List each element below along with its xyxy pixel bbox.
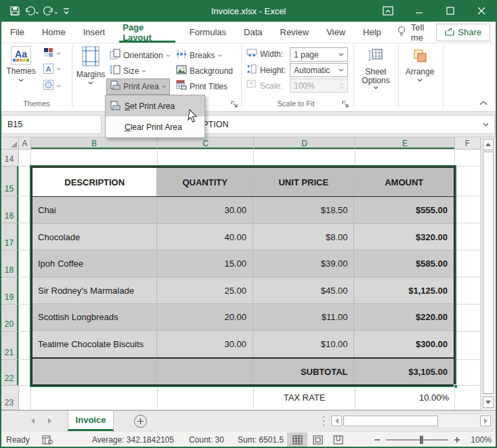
- cell[interactable]: [19, 332, 31, 360]
- tell-me-box[interactable]: Tell me: [397, 22, 436, 43]
- menu-item-set-print-area[interactable]: Set Print Area: [106, 95, 204, 116]
- column-header-c[interactable]: C: [158, 137, 254, 150]
- cell[interactable]: [19, 150, 31, 166]
- cell[interactable]: $220.00: [354, 304, 454, 330]
- cell[interactable]: [455, 386, 481, 410]
- select-all-corner[interactable]: [0, 137, 19, 150]
- column-header-a[interactable]: A: [19, 137, 31, 150]
- print-titles-button[interactable]: Print Titles: [173, 79, 230, 94]
- cell[interactable]: [158, 150, 254, 166]
- menu-item-clear-print-area[interactable]: Clear Print Area: [106, 116, 204, 137]
- new-sheet-button[interactable]: [134, 415, 147, 428]
- tab-splitter-handle[interactable]: [322, 416, 325, 426]
- next-sheet-icon[interactable]: [48, 418, 51, 424]
- tab-data[interactable]: Data: [238, 22, 268, 43]
- cell[interactable]: $585.00: [354, 250, 454, 277]
- cell[interactable]: 40.00: [157, 224, 253, 250]
- cell[interactable]: Chai: [33, 197, 157, 223]
- zoom-slider-thumb[interactable]: [420, 436, 423, 444]
- minimize-icon[interactable]: [404, 0, 435, 22]
- cell[interactable]: Ipoh Coffee: [33, 250, 157, 277]
- status-sum[interactable]: Sum: 6501.5: [238, 435, 284, 445]
- page-break-preview-button[interactable]: [328, 432, 348, 447]
- close-icon[interactable]: [466, 0, 497, 22]
- normal-view-button[interactable]: [287, 432, 307, 447]
- cell[interactable]: [455, 223, 481, 250]
- ribbon-display-options-icon[interactable]: [372, 0, 404, 22]
- redo-icon[interactable]: [43, 6, 58, 16]
- cell[interactable]: $320.00: [354, 224, 454, 250]
- row-header-18[interactable]: 18: [0, 250, 19, 277]
- previous-sheet-icon[interactable]: [31, 418, 35, 424]
- cell[interactable]: $555.00: [354, 197, 454, 223]
- column-header-f[interactable]: F: [455, 137, 481, 150]
- undo-icon[interactable]: [24, 6, 39, 16]
- cell[interactable]: 20.00: [157, 304, 253, 330]
- page-layout-view-button[interactable]: [307, 432, 328, 447]
- theme-effects-button[interactable]: [41, 79, 64, 93]
- background-button[interactable]: Background: [173, 63, 236, 79]
- save-icon[interactable]: [9, 5, 20, 16]
- maximize-icon[interactable]: [435, 0, 466, 22]
- tab-insert[interactable]: Insert: [77, 22, 112, 43]
- cell[interactable]: Sir Rodney's Marmalade: [33, 277, 157, 304]
- zoom-out-icon[interactable]: [374, 436, 381, 443]
- row-header-15[interactable]: 15: [0, 166, 19, 196]
- cell[interactable]: [19, 360, 31, 386]
- horizontal-scrollbar-thumb[interactable]: [343, 416, 438, 426]
- cell-subtotal-value[interactable]: $3,105.00: [354, 359, 454, 384]
- theme-colors-button[interactable]: [41, 46, 64, 61]
- scroll-up-button[interactable]: [483, 139, 494, 150]
- theme-fonts-button[interactable]: A: [41, 62, 64, 75]
- cell[interactable]: [455, 277, 481, 305]
- tab-formulas[interactable]: Formulas: [183, 22, 232, 43]
- vertical-scrollbar-thumb[interactable]: [483, 152, 494, 394]
- cell[interactable]: [158, 386, 254, 410]
- scroll-down-button[interactable]: [483, 397, 494, 408]
- scroll-left-button[interactable]: [331, 416, 342, 426]
- sheet-tab-invoice[interactable]: Invoice: [68, 411, 114, 431]
- expand-formula-bar-icon[interactable]: [483, 122, 489, 127]
- cell[interactable]: $39.00: [253, 250, 355, 277]
- cell-subtotal-label[interactable]: SUBTOTAL: [253, 359, 355, 384]
- sheet-options-button[interactable]: Sheet Options: [357, 45, 395, 96]
- breaks-button[interactable]: Breaks: [173, 47, 225, 63]
- cell[interactable]: [455, 250, 481, 277]
- size-button[interactable]: Size: [107, 63, 149, 79]
- tab-help[interactable]: Help: [357, 22, 387, 43]
- cell[interactable]: $11.00: [253, 304, 355, 330]
- cell[interactable]: [31, 150, 158, 166]
- row-header-21[interactable]: 21: [0, 332, 19, 360]
- print-area-button[interactable]: Print Area: [106, 79, 170, 95]
- tab-page-layout[interactable]: Page Layout: [116, 22, 178, 43]
- width-select[interactable]: 1 page: [290, 47, 348, 62]
- cell[interactable]: [455, 150, 481, 166]
- cell[interactable]: [33, 359, 157, 384]
- row-header-23[interactable]: 23: [0, 386, 19, 410]
- share-button[interactable]: Share: [436, 24, 490, 41]
- cell[interactable]: [355, 150, 455, 166]
- cell[interactable]: 25.00: [157, 277, 253, 304]
- customize-quick-access-icon[interactable]: [62, 6, 70, 16]
- cell[interactable]: Scottish Longbreads: [33, 304, 157, 330]
- cell[interactable]: [455, 196, 481, 223]
- row-header-20[interactable]: 20: [0, 305, 19, 332]
- cell[interactable]: 30.00: [157, 197, 253, 223]
- cell-quantity-header[interactable]: QUANTITY: [157, 168, 253, 196]
- zoom-slider[interactable]: [386, 439, 448, 441]
- row-header-17[interactable]: 17: [0, 223, 19, 250]
- arrange-button[interactable]: Arrange: [402, 45, 437, 96]
- height-select[interactable]: Automatic: [290, 63, 348, 77]
- collapse-ribbon-icon[interactable]: [479, 100, 488, 106]
- tab-file[interactable]: File: [4, 22, 30, 43]
- cell-tax-rate-value[interactable]: 10.00%: [355, 386, 455, 410]
- cell[interactable]: $300.00: [354, 331, 454, 358]
- cell[interactable]: [19, 305, 31, 332]
- vertical-scrollbar[interactable]: [481, 137, 494, 410]
- cell[interactable]: [19, 277, 31, 305]
- cell[interactable]: Teatime Chocolate Biscuits: [33, 331, 157, 358]
- cell[interactable]: [455, 332, 481, 360]
- cell[interactable]: $45.00: [253, 277, 355, 304]
- cell[interactable]: Chocolade: [33, 224, 157, 250]
- cell[interactable]: 15.00: [157, 250, 253, 277]
